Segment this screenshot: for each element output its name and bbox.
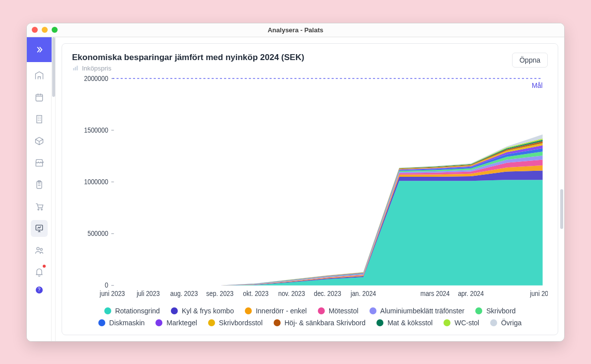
sidebar: ? xyxy=(27,37,52,341)
legend-swatch xyxy=(171,307,178,314)
main-content: Ekonomiska besparingar jämfört med nyink… xyxy=(56,37,564,341)
window-body: ? Ekonomiska besparingar jämfört med nyi… xyxy=(27,37,564,341)
svg-point-7 xyxy=(37,247,39,250)
legend-label: Innerdörr - enkel xyxy=(256,307,307,315)
chevrons-right-icon xyxy=(35,45,44,54)
savings-card: Ekonomiska besparingar jämfört med nyink… xyxy=(62,43,558,335)
legend-label: Rotationsgrind xyxy=(115,307,160,315)
legend-item[interactable]: WC-stol xyxy=(443,319,479,327)
office-icon xyxy=(34,114,44,124)
legend-item[interactable]: Höj- & sänkbara Skrivbord xyxy=(274,319,366,327)
svg-text:0: 0 xyxy=(105,281,108,289)
legend-swatch xyxy=(155,319,162,326)
legend-swatch xyxy=(274,319,281,326)
svg-rect-1 xyxy=(37,115,42,123)
building-icon xyxy=(34,71,44,80)
close-window-icon[interactable] xyxy=(32,27,38,33)
sidebar-item-clipboard[interactable] xyxy=(31,176,48,193)
legend-swatch xyxy=(475,307,482,314)
sidebar-item-building[interactable] xyxy=(31,67,48,84)
svg-rect-10 xyxy=(75,67,76,71)
presentation-icon xyxy=(34,223,44,233)
svg-text:Mål: Mål xyxy=(532,81,543,89)
legend-label: Övriga xyxy=(501,319,521,327)
legend-swatch xyxy=(376,319,383,326)
sidebar-item-package[interactable] xyxy=(31,133,48,149)
svg-rect-9 xyxy=(73,68,74,71)
sidebar-item-notifications[interactable] xyxy=(31,264,48,281)
legend-label: Skrivbord xyxy=(486,307,516,315)
legend-label: Diskmaskin xyxy=(109,319,145,327)
legend-item[interactable]: Skrivbordsstol xyxy=(208,319,263,327)
chart-area: 0500000100000015000002000000Måljuni 2023… xyxy=(72,75,548,303)
card-header: Ekonomiska besparingar jämfört med nyink… xyxy=(72,53,548,72)
legend-item[interactable]: Kyl & frys kombo xyxy=(171,307,234,315)
svg-text:apr. 2024: apr. 2024 xyxy=(458,290,484,297)
legend-swatch xyxy=(208,319,215,326)
svg-text:mars 2024: mars 2024 xyxy=(420,290,450,297)
legend-item[interactable]: Övriga xyxy=(490,319,521,327)
svg-text:aug. 2023: aug. 2023 xyxy=(170,290,198,297)
sidebar-item-users[interactable] xyxy=(31,242,48,259)
legend-swatch xyxy=(318,307,325,314)
legend-item[interactable]: Innerdörr - enkel xyxy=(245,307,307,315)
bell-icon xyxy=(34,267,44,277)
svg-text:okt. 2023: okt. 2023 xyxy=(243,290,268,297)
legend-item[interactable]: Mötesstol xyxy=(318,307,359,315)
svg-text:2000000: 2000000 xyxy=(84,75,108,82)
clipboard-icon xyxy=(34,180,44,190)
help-button[interactable]: ? xyxy=(36,287,43,293)
legend-label: WC-stol xyxy=(454,319,479,327)
legend-swatch xyxy=(369,307,376,314)
expand-sidebar-button[interactable] xyxy=(27,37,52,62)
window-title: Analysera - Palats xyxy=(27,26,564,34)
chart-legend: RotationsgrindKyl & frys komboInnerdörr … xyxy=(72,303,548,330)
legend-swatch xyxy=(245,307,252,314)
svg-rect-0 xyxy=(36,94,42,101)
svg-point-5 xyxy=(41,209,42,210)
sidebar-item-office[interactable] xyxy=(31,111,48,128)
sidebar-item-cart[interactable] xyxy=(31,198,48,215)
minimize-window-icon[interactable] xyxy=(42,27,48,33)
card-title: Ekonomiska besparingar jämfört med nyink… xyxy=(72,53,304,63)
sidebar-scrollbar[interactable] xyxy=(52,37,56,341)
legend-label: Skrivbordsstol xyxy=(219,319,263,327)
legend-label: Marktegel xyxy=(166,319,197,327)
legend-swatch xyxy=(98,319,105,326)
sidebar-item-calendar[interactable] xyxy=(31,89,48,106)
svg-text:juni 2024: juni 2024 xyxy=(529,290,548,297)
legend-item[interactable]: Rotationsgrind xyxy=(104,307,160,315)
legend-item[interactable]: Skrivbord xyxy=(475,307,516,315)
svg-text:dec. 2023: dec. 2023 xyxy=(314,290,341,297)
legend-label: Höj- & sänkbara Skrivbord xyxy=(285,319,366,327)
legend-label: Mötesstol xyxy=(329,307,359,315)
legend-item[interactable]: Diskmaskin xyxy=(98,319,145,327)
svg-text:500000: 500000 xyxy=(87,229,108,237)
maximize-window-icon[interactable] xyxy=(52,27,58,33)
cart-icon xyxy=(34,202,44,212)
svg-point-4 xyxy=(38,209,39,210)
traffic-lights xyxy=(32,27,58,33)
legend-swatch xyxy=(104,307,111,314)
svg-text:1500000: 1500000 xyxy=(84,126,108,134)
svg-text:jan. 2024: jan. 2024 xyxy=(350,290,376,297)
legend-item[interactable]: Marktegel xyxy=(155,319,197,327)
svg-text:1000000: 1000000 xyxy=(84,178,108,186)
svg-text:juli 2023: juli 2023 xyxy=(136,290,159,297)
sidebar-item-analytics[interactable] xyxy=(31,220,48,237)
calendar-icon xyxy=(34,92,44,102)
card-subtitle: Inköpspris xyxy=(72,65,304,72)
open-button[interactable]: Öppna xyxy=(512,53,548,68)
svg-rect-11 xyxy=(76,66,77,70)
sidebar-item-storefront[interactable] xyxy=(31,154,48,171)
legend-swatch xyxy=(443,319,450,326)
legend-label: Aluminiumbeklätt träfönster xyxy=(380,307,465,315)
legend-swatch xyxy=(490,319,497,326)
area-chart: 0500000100000015000002000000Måljuni 2023… xyxy=(72,75,548,303)
svg-point-8 xyxy=(40,248,42,250)
main-scrollbar[interactable] xyxy=(560,189,563,229)
package-icon xyxy=(34,136,44,146)
legend-item[interactable]: Aluminiumbeklätt träfönster xyxy=(369,307,465,315)
legend-item[interactable]: Mat & köksstol xyxy=(376,319,433,327)
svg-text:nov. 2023: nov. 2023 xyxy=(278,290,305,297)
